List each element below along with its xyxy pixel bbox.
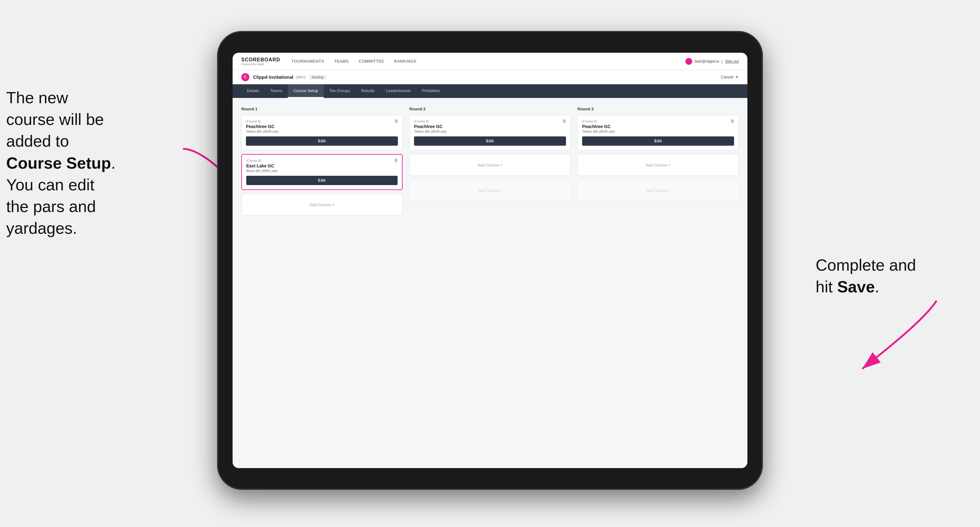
add-course-r1[interactable]: Add Course + xyxy=(241,194,402,216)
tab-course-setup[interactable]: Course Setup xyxy=(288,84,324,98)
course-tee-r2-a: Yellow (M) (6629 yds) xyxy=(414,130,566,133)
course-name-r1-a: Peachtree GC xyxy=(246,124,398,129)
edit-button-r3-a[interactable]: Edit xyxy=(582,137,734,146)
tablet-frame: SCOREBOARD Powered by clippd TOURNAMENTS… xyxy=(217,31,763,490)
sub-header: C Clippd Invitational (Men) Hosting Canc… xyxy=(232,70,748,84)
edit-button-r2-a[interactable]: Edit xyxy=(414,137,566,146)
course-tee-r3-a: Yellow (M) (6629 yds) xyxy=(582,130,734,133)
tab-details[interactable]: Details xyxy=(241,84,265,98)
add-course-text-r1: Add Course + xyxy=(310,202,334,207)
add-course-text-r2-disabled: Add Course + xyxy=(477,188,503,193)
nav-right: blair@clippd.io | Sign out xyxy=(686,58,739,65)
top-nav: SCOREBOARD Powered by clippd TOURNAMENTS… xyxy=(232,53,748,70)
tab-teams[interactable]: Teams xyxy=(265,84,288,98)
nav-tournaments[interactable]: TOURNAMENTS xyxy=(291,59,325,63)
logo-main: SCOREBOARD xyxy=(241,57,280,63)
tournament-type: (Men) xyxy=(296,75,305,79)
round-1-column: Round 1 🗑 (Course A) Peachtree GC Yellow… xyxy=(241,106,402,219)
delete-r2-a-icon[interactable]: 🗑 xyxy=(562,118,566,123)
nav-teams[interactable]: TEAMS xyxy=(334,59,348,63)
add-course-r3-disabled: Add Course + xyxy=(578,179,739,201)
hosting-badge: Hosting xyxy=(309,75,326,80)
course-card-r3-a: 🗑 (Course A) Peachtree GC Yellow (M) (66… xyxy=(578,115,739,150)
add-course-text-r3-active: Add Course + xyxy=(646,163,670,167)
nav-separator: | xyxy=(722,59,722,63)
add-course-r3-active[interactable]: Add Course + xyxy=(578,154,739,176)
course-label-r2-a: (Course A) xyxy=(414,120,566,123)
course-card-r1-b: 🗑 (Course B) East Lake GC Black (M) (689… xyxy=(241,154,402,190)
course-name-r3-a: Peachtree GC xyxy=(582,124,734,129)
round-3-title: Round 3 xyxy=(578,106,739,111)
nav-links: TOURNAMENTS TEAMS COMMITTEE RANKINGS xyxy=(291,59,686,63)
course-tee-r1-a: Yellow (M) (6629 yds) xyxy=(246,130,398,133)
add-course-text-r3-disabled: Add Course + xyxy=(646,188,670,193)
user-email: blair@clippd.io xyxy=(695,59,719,63)
course-name-r2-a: Peachtree GC xyxy=(414,124,566,129)
logo-sub: Powered by clippd xyxy=(241,63,280,66)
tab-printables[interactable]: Printables xyxy=(416,84,445,98)
arrow-right-icon xyxy=(843,295,949,381)
edit-button-r1-b[interactable]: Edit xyxy=(246,176,398,185)
tournament-name: Clippd Invitational xyxy=(253,75,293,80)
rounds-grid: Round 1 🗑 (Course A) Peachtree GC Yellow… xyxy=(241,106,739,219)
course-card-r1-a: 🗑 (Course A) Peachtree GC Yellow (M) (66… xyxy=(241,115,402,150)
course-label-r1-b: (Course B) xyxy=(246,159,398,162)
tab-tee-groups[interactable]: Tee Groups xyxy=(324,84,356,98)
course-name-r1-b: East Lake GC xyxy=(246,163,398,168)
tabs-bar: Details Teams Course Setup Tee Groups Re… xyxy=(232,84,748,98)
nav-committee[interactable]: COMMITTEE xyxy=(359,59,385,63)
annotation-right: Complete and hit Save. xyxy=(816,254,952,298)
round-2-title: Round 2 xyxy=(409,106,571,111)
add-course-text-r2-active: Add Course + xyxy=(477,163,503,167)
cancel-button[interactable]: Cancel ✕ xyxy=(721,75,739,79)
tablet-screen: SCOREBOARD Powered by clippd TOURNAMENTS… xyxy=(232,53,748,468)
annotation-left: The new course will be added to Course S… xyxy=(6,87,186,239)
cancel-x-icon: ✕ xyxy=(735,75,739,79)
round-2-column: Round 2 🗑 (Course A) Peachtree GC Yellow… xyxy=(409,106,571,219)
course-label-r1-a: (Course A) xyxy=(246,120,398,123)
round-3-column: Round 3 🗑 (Course A) Peachtree GC Yellow… xyxy=(578,106,739,219)
tab-leaderboards[interactable]: Leaderboards xyxy=(380,84,416,98)
scoreboard-logo: SCOREBOARD Powered by clippd xyxy=(241,57,280,66)
course-tee-r1-b: Black (M) (6891 yds) xyxy=(246,169,398,173)
nav-rankings[interactable]: RANKINGS xyxy=(394,59,417,63)
course-card-r2-a: 🗑 (Course A) Peachtree GC Yellow (M) (66… xyxy=(409,115,571,150)
edit-button-r1-a[interactable]: Edit xyxy=(246,137,398,146)
delete-r3-a-icon[interactable]: 🗑 xyxy=(730,118,735,123)
delete-r1-a-icon[interactable]: 🗑 xyxy=(394,118,399,123)
tournament-logo: C xyxy=(241,73,249,81)
sign-out-link[interactable]: Sign out xyxy=(725,59,739,63)
round-1-title: Round 1 xyxy=(241,106,402,111)
main-content: Round 1 🗑 (Course A) Peachtree GC Yellow… xyxy=(232,98,748,468)
add-course-r2-disabled: Add Course + xyxy=(409,179,571,201)
user-avatar xyxy=(686,58,692,65)
delete-r1-b-icon[interactable]: 🗑 xyxy=(394,158,398,163)
add-course-r2-active[interactable]: Add Course + xyxy=(409,154,571,176)
course-label-r3-a: (Course A) xyxy=(582,120,734,123)
tab-results[interactable]: Results xyxy=(356,84,380,98)
